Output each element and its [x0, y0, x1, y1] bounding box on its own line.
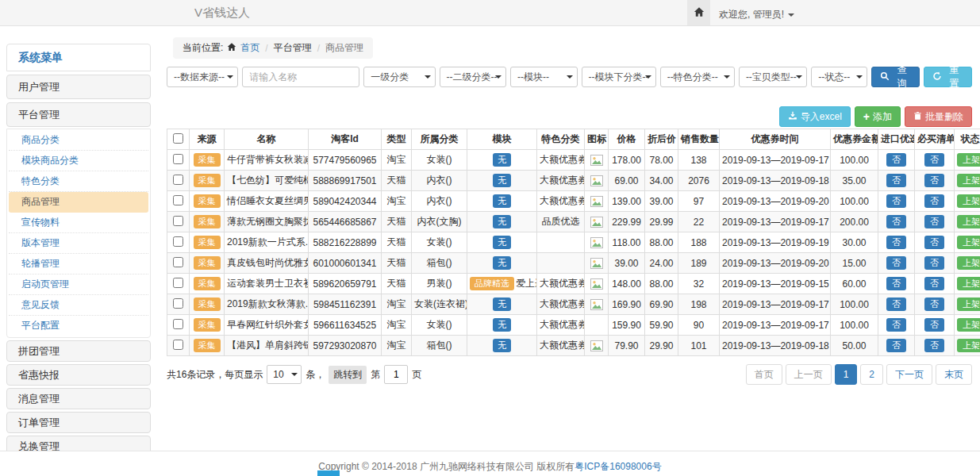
sidebar-section[interactable]: 订单管理 — [6, 412, 151, 433]
import-select-toggle[interactable]: 否 — [886, 298, 906, 311]
sidebar-submenu-item[interactable]: 启动页管理 — [9, 274, 148, 295]
sidebar-section[interactable]: 消息管理 — [6, 388, 151, 409]
status-toggle[interactable]: 上架 — [957, 153, 980, 167]
row-checkbox[interactable] — [173, 216, 183, 226]
icp-link[interactable]: 粤ICP备16098006号 — [575, 461, 661, 472]
must-buy-toggle[interactable]: 否 — [924, 194, 944, 208]
row-checkbox[interactable] — [173, 278, 183, 288]
import-select-toggle[interactable]: 否 — [886, 277, 906, 290]
select-all-checkbox[interactable] — [173, 133, 183, 144]
user-menu[interactable]: 欢迎您, 管理员! — [719, 8, 794, 21]
level1-category-select[interactable]: 一级分类 — [363, 67, 435, 87]
row-checkbox[interactable] — [173, 195, 183, 205]
row-checkbox[interactable] — [173, 298, 183, 309]
module-subcategory-text: 爱上运动 — [516, 278, 537, 289]
status-toggle[interactable]: 上架 — [957, 256, 980, 270]
must-buy-toggle[interactable]: 否 — [924, 318, 944, 332]
must-buy-toggle[interactable]: 否 — [924, 256, 944, 270]
product-image-icon[interactable] — [590, 340, 603, 352]
batch-delete-button[interactable]: 批量删除 — [905, 106, 972, 127]
import-select-toggle[interactable]: 否 — [886, 215, 906, 228]
row-checkbox[interactable] — [173, 154, 183, 164]
import-select-toggle[interactable]: 否 — [886, 194, 906, 208]
home-button[interactable] — [687, 0, 710, 25]
must-buy-toggle[interactable]: 否 — [924, 298, 944, 311]
sidebar-section[interactable]: 用户管理 — [6, 75, 151, 99]
add-button[interactable]: + 添加 — [855, 106, 901, 127]
module-select[interactable]: --模块-- — [510, 67, 577, 87]
must-buy-toggle[interactable]: 否 — [924, 277, 944, 290]
sidebar-section[interactable]: 拼团管理 — [6, 340, 151, 362]
sidebar-submenu-item[interactable]: 轮播管理 — [9, 254, 148, 274]
import-select-toggle[interactable]: 否 — [886, 318, 906, 332]
status-toggle[interactable]: 上架 — [957, 298, 980, 311]
row-checkbox[interactable] — [173, 319, 183, 329]
status-toggle[interactable]: 上架 — [957, 277, 980, 290]
page-button[interactable]: 2 — [860, 364, 883, 385]
must-buy-toggle[interactable]: 否 — [924, 339, 944, 352]
status-toggle[interactable]: 上架 — [957, 339, 980, 352]
product-image-icon[interactable] — [590, 216, 603, 228]
coupon-amount: 15.00 — [831, 253, 878, 274]
jump-button[interactable]: 跳转到 — [329, 366, 367, 384]
page-button[interactable]: 末页 — [936, 364, 972, 385]
level2-category-select[interactable]: --二级分类-- — [440, 67, 506, 87]
status-toggle[interactable]: 上架 — [957, 174, 980, 187]
row-checkbox[interactable] — [173, 236, 183, 247]
product-image-icon[interactable] — [590, 154, 603, 167]
per-page-value: 10 — [273, 369, 283, 380]
search-button[interactable]: 查询 — [871, 67, 920, 87]
page-button[interactable]: 首页 — [746, 364, 782, 385]
page-button[interactable]: 1 — [835, 364, 858, 385]
import-select-toggle[interactable]: 否 — [886, 339, 906, 352]
sidebar-section[interactable]: 平台管理 — [6, 102, 151, 127]
must-buy-toggle[interactable]: 否 — [924, 215, 944, 228]
sidebar-submenu-item[interactable]: 意见反馈 — [9, 295, 148, 316]
sidebar-submenu-item[interactable]: 特色分类 — [9, 171, 148, 192]
status-select[interactable]: --状态-- — [811, 67, 867, 87]
row-checkbox[interactable] — [173, 340, 183, 350]
name-search-input[interactable] — [242, 67, 359, 87]
status-toggle[interactable]: 上架 — [957, 236, 980, 249]
taoke-id: 565446685867 — [309, 212, 382, 232]
reset-button[interactable]: 重置 — [924, 67, 972, 87]
table-row: 采集 早春网红针织外套女春... 596611634525 淘宝 女装() 无 … — [167, 315, 980, 336]
page-button[interactable]: 下一页 — [886, 364, 932, 385]
status-toggle[interactable]: 上架 — [957, 215, 980, 228]
sidebar-submenu-item[interactable]: 商品分类 — [9, 130, 148, 151]
sidebar-submenu-item[interactable]: 平台配置 — [9, 316, 148, 336]
product-image-icon[interactable] — [590, 175, 603, 187]
sidebar-submenu-item[interactable]: 模块商品分类 — [9, 151, 148, 171]
per-page-select[interactable]: 10 — [267, 365, 302, 384]
sidebar-section[interactable]: 省惠快报 — [6, 364, 151, 386]
product-image-icon[interactable] — [590, 195, 603, 208]
jump-page-input[interactable] — [384, 365, 408, 384]
row-checkbox[interactable] — [173, 175, 183, 185]
page-button[interactable]: 上一页 — [786, 364, 832, 385]
row-checkbox[interactable] — [173, 257, 183, 267]
must-buy-toggle[interactable]: 否 — [924, 236, 944, 249]
product-image-icon[interactable] — [590, 298, 603, 311]
product-image-icon[interactable] — [590, 236, 603, 249]
import-select-toggle[interactable]: 否 — [886, 256, 906, 270]
item-type-select[interactable]: --宝贝类型-- — [739, 67, 807, 87]
import-excel-button[interactable]: 导入excel — [779, 106, 851, 127]
module-subcategory-select[interactable]: --模块下分类-- — [582, 67, 656, 87]
sales-count: 97 — [678, 191, 720, 212]
import-select-toggle[interactable]: 否 — [886, 236, 906, 249]
status-toggle[interactable]: 上架 — [957, 194, 980, 208]
product-image-icon[interactable] — [590, 257, 603, 270]
sidebar-submenu-item[interactable]: 宣传物料 — [9, 213, 148, 233]
data-source-select[interactable]: --数据来源-- — [167, 67, 238, 87]
must-buy-toggle[interactable]: 否 — [924, 153, 944, 167]
sidebar-submenu-item[interactable]: 商品管理 — [9, 192, 148, 213]
bottom-blue-strip — [317, 470, 340, 476]
import-select-toggle[interactable]: 否 — [886, 153, 906, 167]
must-buy-toggle[interactable]: 否 — [924, 174, 944, 187]
import-select-toggle[interactable]: 否 — [886, 174, 906, 187]
status-toggle[interactable]: 上架 — [957, 318, 980, 332]
sidebar-submenu-item[interactable]: 版本管理 — [9, 233, 148, 254]
product-image-icon[interactable] — [590, 278, 603, 290]
breadcrumb-home-link[interactable]: 首页 — [240, 41, 259, 55]
feature-category-select[interactable]: --特色分类-- — [660, 67, 735, 87]
